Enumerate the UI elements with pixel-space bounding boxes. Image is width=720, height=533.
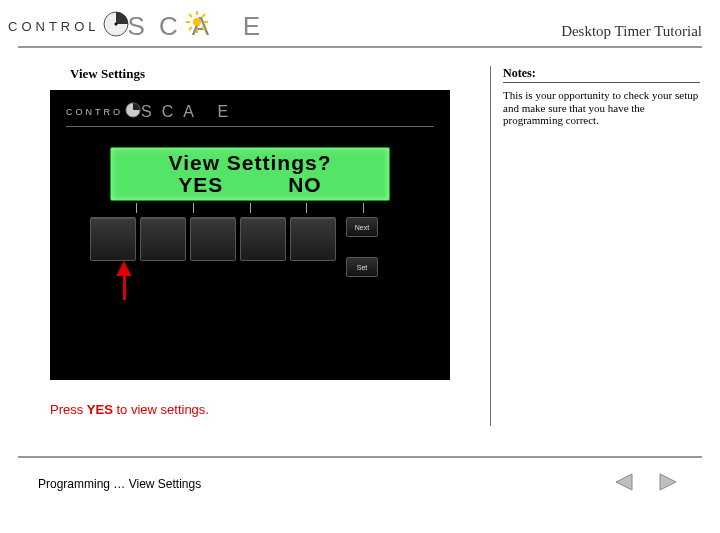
notes-body: This is your opportunity to check your s… [503,89,700,127]
hardware-button-row: Next Set ▲ [90,217,410,277]
nav-arrows [612,472,680,496]
prev-arrow-icon[interactable] [612,472,638,496]
instruction-prefix: Press [50,402,87,417]
brand-logo: CONTROL SCA E [8,10,280,42]
lcd-option-yes: YES [178,174,223,196]
device-clock-icon [125,102,141,122]
header-title: Desktop Timer Tutorial [561,23,702,42]
device-divider [66,126,434,127]
section-heading: View Settings [70,66,480,82]
next-arrow-icon[interactable] [654,472,680,496]
lcd-display: View Settings? YES NO [110,147,390,201]
instruction-strong: YES [87,402,113,417]
device-logo-text1: CONTRO [66,107,123,117]
left-column: View Settings CONTRO SCA E View Settings… [50,66,480,426]
svg-line-9 [189,27,192,30]
instruction-suffix: to view settings. [113,402,209,417]
sun-icon [186,11,208,37]
device-screenshot: CONTRO SCA E View Settings? YES NO [50,90,450,380]
lcd-ticks [110,201,390,213]
notes-panel: Notes: This is your opportunity to check… [490,66,700,426]
lcd-option-no: NO [288,174,322,196]
device-logo-text2: SCA E [141,103,238,121]
svg-line-7 [189,14,192,17]
lcd-line1: View Settings? [111,152,389,174]
notes-heading: Notes: [503,66,700,83]
svg-line-8 [202,27,205,30]
content-area: View Settings CONTRO SCA E View Settings… [0,48,720,426]
hw-button-set[interactable]: Set [346,257,378,277]
hw-button-4[interactable] [240,217,286,261]
breadcrumb: Programming … View Settings [38,477,201,491]
hw-button-2[interactable] [140,217,186,261]
device-logo: CONTRO SCA E [66,102,434,122]
hw-button-next[interactable]: Next [346,217,378,237]
hw-button-5[interactable] [290,217,336,261]
svg-line-10 [202,14,205,17]
logo-text-control: CONTROL [8,19,100,34]
svg-point-1 [114,23,117,26]
svg-marker-13 [660,474,676,490]
instruction-text: Press YES to view settings. [50,402,480,417]
hw-button-3[interactable] [190,217,236,261]
pointer-arrow-stem [123,272,126,300]
clock-icon [102,10,130,42]
header: CONTROL SCA E [0,0,720,46]
svg-point-2 [193,18,201,26]
svg-marker-12 [616,474,632,490]
footer: Programming … View Settings [0,458,720,496]
